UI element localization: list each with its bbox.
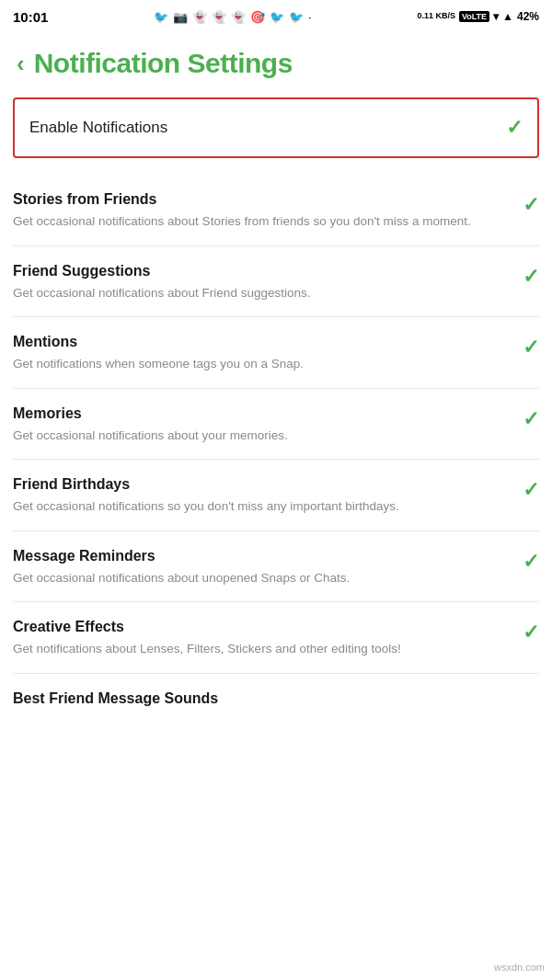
enable-notifications-row[interactable]: Enable Notifications ✓ [13,97,539,158]
setting-checkmark: ✓ [523,407,539,431]
app-icon: 🎯 [250,10,265,24]
setting-checkmark: ✓ [523,265,539,289]
setting-item[interactable]: MentionsGet notifications when someone t… [13,317,539,389]
setting-title: Stories from Friends [13,191,504,208]
wifi-icon: ▾ [493,10,499,23]
setting-text: Creative EffectsGet notifications about … [13,619,523,658]
setting-title: Message Reminders [13,548,504,564]
facebook-icon: 🐦 [154,10,168,24]
settings-list: Stories from FriendsGet occasional notif… [0,175,552,726]
setting-checkmark: ✓ [523,621,539,644]
setting-text: Message RemindersGet occasional notifica… [13,548,523,587]
setting-title: Friend Suggestions [13,263,504,279]
setting-text: Friend BirthdaysGet occasional notificat… [13,476,523,516]
setting-text: Friend SuggestionsGet occasional notific… [13,263,523,302]
status-time: 10:01 [13,9,48,25]
enable-notifications-label: Enable Notifications [29,119,167,137]
setting-item[interactable]: Creative EffectsGet notifications about … [13,602,539,674]
setting-checkmark: ✓ [523,478,539,502]
enable-notifications-checkmark: ✓ [506,116,523,140]
setting-text: MemoriesGet occasional notifications abo… [13,405,523,445]
status-right: 0.11 KB/S VoLTE ▾ ▲ 42% [417,10,539,23]
setting-desc: Get occasional notifications about Stori… [13,212,504,231]
setting-title: Mentions [13,334,504,350]
instagram-icon: 📷 [173,10,188,24]
snapchat-icon2: 👻 [212,10,226,24]
setting-checkmark: ✓ [523,193,539,217]
setting-title: Best Friend Message Sounds [13,690,521,707]
volte-badge: VoLTE [459,11,489,22]
setting-checkmark: ✓ [523,336,539,359]
signal-icon: ▲ [502,10,513,23]
setting-title: Creative Effects [13,619,504,635]
twitter-icon1: 🐦 [270,10,284,24]
setting-text: Stories from FriendsGet occasional notif… [13,191,523,231]
snapchat-icon1: 👻 [192,10,207,24]
setting-desc: Get occasional notifications about your … [13,427,504,445]
setting-desc: Get notifications about Lenses, Filters,… [13,640,504,658]
data-speed-value: 0.11 KB/S [417,12,455,21]
setting-title: Friend Birthdays [13,476,504,493]
setting-text: Best Friend Message Sounds [13,690,539,712]
status-bar: 10:01 🐦 📷 👻 👻 👻 🎯 🐦 🐦 · 0.11 KB/S VoLTE … [0,0,552,33]
data-speed: 0.11 KB/S [417,12,455,21]
setting-item[interactable]: Friend BirthdaysGet occasional notificat… [13,460,539,531]
setting-desc: Get occasional notifications about Frien… [13,284,504,302]
setting-text: MentionsGet notifications when someone t… [13,334,523,373]
battery-level: 42% [517,10,539,23]
setting-desc: Get occasional notifications about unope… [13,569,504,587]
back-button[interactable]: ‹ [17,51,25,75]
watermark: wsxdn.com [494,962,545,973]
setting-item[interactable]: MemoriesGet occasional notifications abo… [13,389,539,461]
setting-item[interactable]: Message RemindersGet occasional notifica… [13,531,539,603]
page-title: Notification Settings [34,48,293,79]
status-icons: 🐦 📷 👻 👻 👻 🎯 🐦 🐦 · [154,10,312,24]
setting-item[interactable]: Best Friend Message Sounds [13,674,539,726]
twitter-icon2: 🐦 [289,10,304,24]
setting-item[interactable]: Stories from FriendsGet occasional notif… [13,175,539,246]
dot-icon: · [308,10,312,24]
setting-desc: Get occasional notifications so you don'… [13,497,504,516]
setting-item[interactable]: Friend SuggestionsGet occasional notific… [13,246,539,318]
header: ‹ Notification Settings [0,33,552,97]
setting-title: Memories [13,405,504,422]
setting-checkmark: ✓ [523,550,539,574]
setting-desc: Get notifications when someone tags you … [13,355,504,373]
snapchat-icon3: 👻 [231,10,246,24]
